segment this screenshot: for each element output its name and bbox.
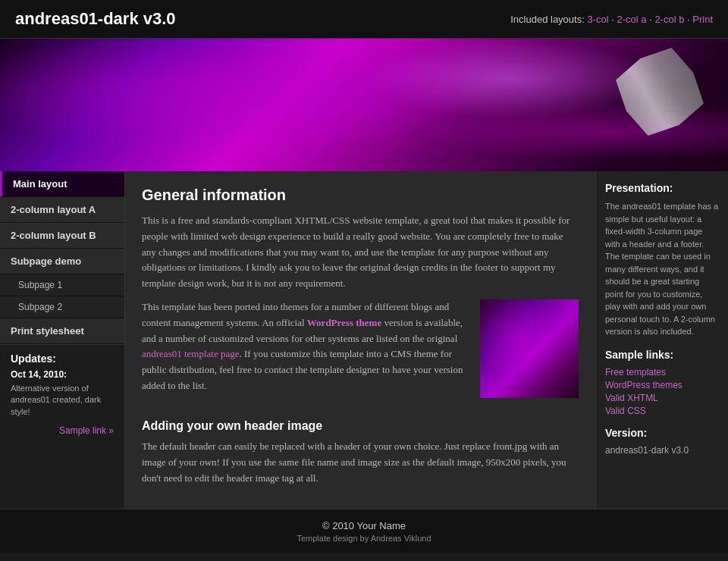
layout-link-3col[interactable]: 3-col <box>587 14 608 25</box>
sample-links-section: Sample links: Free templates WordPress t… <box>605 349 719 416</box>
sample-link[interactable]: Sample link » <box>11 425 114 436</box>
link-wordpress-themes[interactable]: WordPress themes <box>605 380 719 390</box>
nav-2col-a[interactable]: 2-column layout A <box>0 197 124 223</box>
version-section: Version: andreas01-dark v3.0 <box>605 427 719 456</box>
header-bar: andreas01-dark v3.0 Included layouts: 3-… <box>0 0 728 39</box>
paragraph-1: This is a free and standards-compliant X… <box>142 213 579 292</box>
andreas01-template-link[interactable]: andreas01 template page <box>142 348 240 359</box>
link-free-templates[interactable]: Free templates <box>605 367 719 378</box>
main-heading: General information <box>142 186 579 204</box>
footer-copyright: © 2010 Your Name <box>11 520 717 531</box>
nav-subpage-1[interactable]: Subpage 1 <box>0 274 124 296</box>
updates-title: Updates: <box>11 353 114 365</box>
layout-link-2colb[interactable]: 2-col b <box>654 14 684 25</box>
layout-link-2cola[interactable]: 2-col a <box>617 14 646 25</box>
header-image <box>0 39 728 171</box>
wordpress-theme-link[interactable]: WordPress theme <box>307 317 381 328</box>
main-wrapper: Main layout 2-column layout A 2-column l… <box>0 171 728 509</box>
nav-print-stylesheet[interactable]: Print stylesheet <box>0 318 124 344</box>
heading-2: Adding your own header image <box>142 419 579 433</box>
presentation-text: The andreas01 template has a simple but … <box>605 200 719 338</box>
right-sidebar: Presentation: The andreas01 template has… <box>595 171 728 509</box>
updates-text: Alternative version of andreas01 created… <box>11 383 114 418</box>
presentation-title: Presentation: <box>605 182 719 194</box>
footer: © 2010 Your Name Template design by Andr… <box>0 509 728 553</box>
paragraph-3: The default header can easily be replace… <box>142 439 579 486</box>
version-title: Version: <box>605 427 719 439</box>
updates-box: Updates: Oct 14, 2010: Alternative versi… <box>0 344 124 443</box>
presentation-section: Presentation: The andreas01 template has… <box>605 182 719 338</box>
nav-2col-b[interactable]: 2-column layout B <box>0 223 124 249</box>
updates-date: Oct 14, 2010: <box>11 369 114 380</box>
nav-subpage-demo[interactable]: Subpage demo <box>0 249 124 274</box>
sample-links-title: Sample links: <box>605 349 719 361</box>
article-section: This template has been ported into theme… <box>142 299 579 406</box>
footer-credit: Template design by Andreas Viklund <box>11 534 717 543</box>
included-layouts: Included layouts: 3-col · 2-col a · 2-co… <box>510 14 713 25</box>
nav-main-layout[interactable]: Main layout <box>0 171 124 197</box>
link-valid-css[interactable]: Valid CSS <box>605 406 719 416</box>
site-title: andreas01-dark v3.0 <box>15 9 176 29</box>
link-valid-xhtml[interactable]: Valid XHTML <box>605 393 719 403</box>
layout-link-print[interactable]: Print <box>692 14 713 25</box>
main-content: General information This is a free and s… <box>125 171 595 509</box>
left-sidebar: Main layout 2-column layout A 2-column l… <box>0 171 125 509</box>
article-image <box>480 299 579 398</box>
article-image-wrap <box>480 299 579 398</box>
included-layouts-label: Included layouts: <box>510 14 585 25</box>
version-text: andreas01-dark v3.0 <box>605 445 719 456</box>
nav-subpage-2[interactable]: Subpage 2 <box>0 296 124 318</box>
